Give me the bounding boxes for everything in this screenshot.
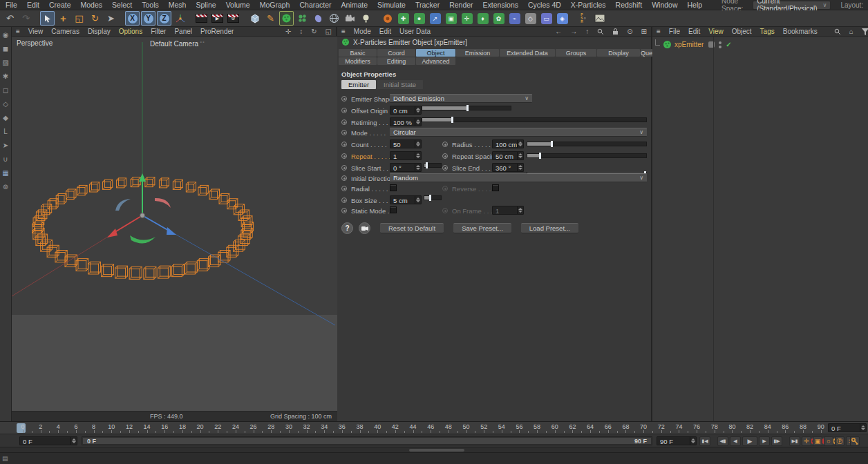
current-frame-field[interactable]: 0 F xyxy=(19,436,77,445)
light-object-button[interactable] xyxy=(359,11,373,26)
menu-item-character[interactable]: Character xyxy=(299,1,331,9)
xparticles-emitter-button[interactable] xyxy=(279,11,294,26)
anim-toggle-icon[interactable] xyxy=(341,142,347,147)
key-icon[interactable] xyxy=(850,436,860,446)
menu-item-animate[interactable]: Animate xyxy=(341,1,368,9)
viewport-hamburger-icon[interactable]: ≡ xyxy=(16,28,20,35)
live-selection-tool[interactable] xyxy=(40,11,55,26)
render-view-button[interactable] xyxy=(194,11,209,26)
tab-extended-data[interactable]: Extended Data xyxy=(500,49,555,57)
tweak-mode-icon[interactable]: ◉ xyxy=(1,30,10,39)
om-menu-file[interactable]: File xyxy=(669,28,680,35)
viewport-camera-name[interactable]: Default Camera ∘∘ xyxy=(150,39,205,48)
menu-item-window[interactable]: Window xyxy=(652,1,677,9)
tab-emission[interactable]: Emission xyxy=(456,49,499,57)
focus-icon[interactable]: ⊙ xyxy=(627,28,632,35)
om-menu-bookmarks[interactable]: Bookmarks xyxy=(783,28,818,35)
texture-mode-icon[interactable]: ▨ xyxy=(1,57,10,67)
edges-mode-icon[interactable]: ◇ xyxy=(1,99,10,108)
menu-item-tracker[interactable]: Tracker xyxy=(415,1,440,9)
attribute-menu-edit[interactable]: Edit xyxy=(379,28,391,35)
viewport-menu-cameras[interactable]: Cameras xyxy=(51,28,79,35)
anim-toggle-icon[interactable] xyxy=(341,175,347,181)
search-icon[interactable] xyxy=(834,28,841,35)
radius-slider[interactable] xyxy=(527,142,647,146)
om-menu-object[interactable]: Object xyxy=(732,28,752,35)
offset-origin-field[interactable]: 0 cm xyxy=(390,106,422,115)
attribute-menu-mode[interactable]: Mode xyxy=(354,28,371,35)
enable-snap-icon[interactable]: ➤ xyxy=(1,140,10,150)
render-settings-button[interactable]: ⚙ xyxy=(226,11,240,26)
tab-basic[interactable]: Basic xyxy=(339,49,377,57)
axis-z-lock-button[interactable]: Z xyxy=(157,11,171,26)
sky-object-button[interactable] xyxy=(327,11,341,26)
slice-start-field[interactable]: 0 ° xyxy=(390,163,422,172)
key-scale-button[interactable]: ▣ xyxy=(813,436,822,446)
menu-item-render[interactable]: Render xyxy=(449,1,473,9)
attribute-menu-userdata[interactable]: User Data xyxy=(399,28,431,35)
repeat-spacing-slider[interactable] xyxy=(527,153,647,158)
xp-question-icon[interactable]: ✛ xyxy=(460,11,474,26)
radius-field[interactable]: 100 cm xyxy=(492,139,524,148)
axis-mode-icon[interactable]: L xyxy=(1,126,10,136)
record-camera-button[interactable] xyxy=(359,222,370,234)
om-hamburger-icon[interactable]: ≡ xyxy=(657,28,661,35)
tab-object[interactable]: Object xyxy=(416,49,455,57)
anim-toggle-icon[interactable] xyxy=(341,208,347,213)
viewport-menu-prorender[interactable]: ProRender xyxy=(200,28,234,35)
static-mode-checkbox[interactable] xyxy=(390,206,397,213)
previous-frame-button[interactable]: ◀ xyxy=(730,436,741,446)
key-position-button[interactable]: ✛ xyxy=(802,436,811,446)
node-space-dropdown[interactable]: Current (Standard/Physical)∨ xyxy=(753,1,831,10)
parent-object-icon[interactable]: ↑ xyxy=(585,28,589,35)
subtab-emitter[interactable]: Emitter xyxy=(341,80,376,89)
points-mode-icon[interactable]: ◻ xyxy=(1,85,10,95)
repeat-field[interactable]: 1 xyxy=(390,151,422,160)
timeline-scrollbar[interactable] xyxy=(0,447,868,453)
toggle-view-icon[interactable]: ◱ xyxy=(326,28,332,35)
timeline-scroll-thumb[interactable] xyxy=(409,449,464,452)
viewport-menu-panel[interactable]: Panel xyxy=(174,28,192,35)
render-picture-viewer-button[interactable]: ▶ xyxy=(210,11,225,26)
tab-advanced[interactable]: Advanced xyxy=(416,57,455,65)
mograph-cloner-button[interactable] xyxy=(295,11,310,26)
xp-cache-icon[interactable]: ◇ xyxy=(523,11,538,26)
anim-toggle-icon[interactable] xyxy=(341,197,347,203)
goto-end-button[interactable]: ▶▮ xyxy=(789,436,800,446)
offset-origin-slider[interactable] xyxy=(422,106,511,110)
menu-item-file[interactable]: File xyxy=(6,1,17,9)
viewport-menu-display[interactable]: Display xyxy=(88,28,111,35)
menu-item-create[interactable]: Create xyxy=(49,1,71,9)
emitter-shape-dropdown[interactable]: Defined Emission∨ xyxy=(390,94,532,103)
key-parameter-button[interactable]: Ⓟ xyxy=(835,436,845,446)
slice-end-field[interactable]: 360 ° xyxy=(492,163,524,172)
key-rotation-button[interactable]: ○ xyxy=(824,436,833,446)
anim-toggle-icon[interactable] xyxy=(341,186,347,191)
retiming-slider[interactable] xyxy=(422,117,647,122)
add-primitive-cube-button[interactable] xyxy=(247,11,262,26)
menu-item-select[interactable]: Select xyxy=(112,1,132,9)
picture-viewer-icon[interactable] xyxy=(592,11,607,26)
menu-item-xparticles[interactable]: X-Particles xyxy=(571,1,606,9)
om-menu-edit[interactable]: Edit xyxy=(688,28,700,35)
anim-toggle-icon[interactable] xyxy=(341,119,347,125)
xp-data-icon[interactable]: ⌁ xyxy=(507,11,522,26)
field-object-button[interactable] xyxy=(311,11,326,26)
lock-icon[interactable] xyxy=(612,28,619,35)
layer-toggle-icon[interactable] xyxy=(708,41,715,48)
slice-start-slider[interactable] xyxy=(424,163,442,168)
viewport-menu-options[interactable]: Options xyxy=(119,28,142,35)
xp-group-icon[interactable]: ✚ xyxy=(396,11,411,26)
initial-direction-dropdown[interactable]: Random∨ xyxy=(390,173,647,182)
anim-toggle-icon[interactable] xyxy=(341,165,347,171)
count-field[interactable]: 50 xyxy=(390,139,422,148)
repeat-spacing-field[interactable]: 50 cm xyxy=(492,151,524,160)
undo-icon[interactable]: ↶ xyxy=(3,11,17,26)
viewport-canvas[interactable]: Perspective Default Camera ∘∘ xyxy=(12,37,337,411)
anim-toggle-icon[interactable] xyxy=(341,153,347,159)
reset-to-default-button[interactable]: Reset to Default xyxy=(380,223,444,233)
history-back-icon[interactable]: ← xyxy=(555,28,562,35)
camera-object-button[interactable] xyxy=(343,11,357,26)
tab-groups[interactable]: Groups xyxy=(556,49,596,57)
save-preset-button[interactable]: Save Preset... xyxy=(453,223,511,233)
